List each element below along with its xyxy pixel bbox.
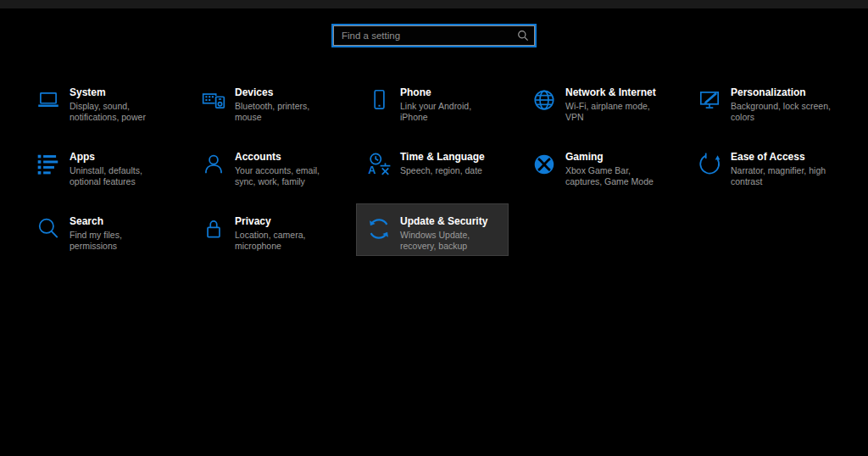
tile-title: Update & Security: [400, 215, 501, 227]
sync-icon: [366, 216, 392, 242]
tile-title: Gaming: [565, 151, 666, 163]
tile-title: Phone: [400, 86, 501, 98]
tile-title: Devices: [235, 86, 336, 98]
tile-title: Search: [70, 215, 170, 227]
tile-subtitle: Link your Android, iPhone: [400, 101, 501, 123]
svg-text:A: A: [368, 164, 376, 176]
tile-title: System: [70, 86, 170, 98]
tile-title: Personalization: [731, 86, 832, 98]
tile-subtitle: Bluetooth, printers, mouse: [235, 101, 336, 123]
lock-icon: [201, 216, 226, 242]
tile-apps[interactable]: Apps Uninstall, defaults, optional featu…: [25, 139, 178, 192]
settings-tile-grid: System Display, sound, notifications, po…: [25, 75, 839, 256]
tile-subtitle: Xbox Game Bar, captures, Game Mode: [565, 165, 666, 187]
laptop-icon: [36, 87, 61, 113]
tile-subtitle: Location, camera, microphone: [235, 230, 336, 252]
tile-title: Accounts: [235, 151, 336, 163]
tile-subtitle: Display, sound, notifications, power: [70, 101, 170, 123]
search-input[interactable]: [334, 26, 534, 45]
tile-accounts[interactable]: Accounts Your accounts, email, sync, wor…: [191, 139, 343, 192]
tile-subtitle: Wi-Fi, airplane mode, VPN: [565, 101, 666, 123]
search-icon[interactable]: [517, 30, 529, 42]
tile-search[interactable]: Search Find my files, permissions: [25, 203, 178, 256]
phone-icon: [366, 87, 392, 113]
person-icon: [201, 152, 226, 177]
search-box[interactable]: [331, 24, 537, 47]
tile-system[interactable]: System Display, sound, notifications, po…: [25, 75, 178, 127]
time-language-icon: A: [366, 152, 392, 177]
personalization-icon: [697, 87, 722, 113]
apps-list-icon: [36, 152, 61, 177]
search-box-inner: [333, 25, 535, 46]
tile-subtitle: Windows Update, recovery, backup: [400, 230, 501, 252]
xbox-icon: [531, 152, 557, 177]
tile-subtitle: Background, lock screen, colors: [731, 101, 832, 123]
title-bar: [0, 0, 868, 8]
tile-subtitle: Your accounts, email, sync, work, family: [235, 165, 336, 187]
tile-subtitle: Narrator, magnifier, high contrast: [731, 165, 832, 187]
tile-privacy[interactable]: Privacy Location, camera, microphone: [191, 203, 343, 256]
tile-ease-of-access[interactable]: Ease of Access Narrator, magnifier, high…: [687, 139, 839, 192]
tile-time-language[interactable]: A Time & Language Speech, region, date: [356, 139, 509, 192]
ease-of-access-icon: [697, 152, 722, 177]
tile-title: Time & Language: [400, 151, 485, 163]
tile-gaming[interactable]: Gaming Xbox Game Bar, captures, Game Mod…: [521, 139, 674, 192]
tile-title: Ease of Access: [731, 151, 832, 163]
tile-subtitle: Uninstall, defaults, optional features: [70, 165, 170, 187]
tile-personalization[interactable]: Personalization Background, lock screen,…: [687, 75, 839, 127]
tile-title: Privacy: [235, 215, 336, 227]
tile-title: Apps: [70, 151, 170, 163]
tile-phone[interactable]: Phone Link your Android, iPhone: [356, 75, 509, 127]
tile-title: Network & Internet: [565, 86, 666, 98]
tile-subtitle: Speech, region, date: [400, 165, 485, 176]
tile-devices[interactable]: Devices Bluetooth, printers, mouse: [191, 75, 343, 127]
tile-update-security[interactable]: Update & Security Windows Update, recove…: [356, 203, 509, 256]
tile-network-internet[interactable]: Network & Internet Wi-Fi, airplane mode,…: [521, 75, 674, 127]
devices-icon: [201, 87, 226, 113]
magnifier-icon: [36, 216, 61, 242]
globe-icon: [531, 87, 557, 113]
tile-subtitle: Find my files, permissions: [70, 230, 170, 252]
